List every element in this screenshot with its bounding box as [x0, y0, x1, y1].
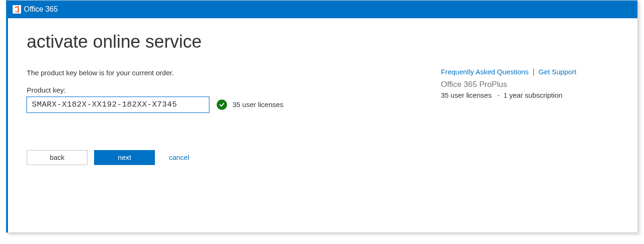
subscription-term: 1 year subscription — [504, 91, 563, 99]
sidebar-column: Frequently Asked Questions | Get Support… — [441, 32, 619, 165]
help-links: Frequently Asked Questions | Get Support — [441, 68, 619, 76]
product-name: Office 365 ProPlus — [441, 80, 619, 89]
button-row: back next cancel — [27, 150, 441, 165]
intro-text: The product key below is for your curren… — [27, 69, 441, 77]
product-key-label: Product key: — [27, 86, 441, 94]
activation-page: Office 365 activate online service The p… — [6, 0, 638, 233]
get-support-link[interactable]: Get Support — [539, 68, 577, 76]
link-separator: | — [533, 68, 534, 76]
svg-marker-0 — [15, 6, 19, 13]
cancel-link[interactable]: cancel — [169, 153, 189, 161]
faq-link[interactable]: Frequently Asked Questions — [441, 68, 529, 76]
back-button[interactable]: back — [27, 150, 88, 165]
header-bar: Office 365 — [8, 0, 637, 18]
license-count-text: 35 user licenses — [233, 100, 283, 108]
brand-name: Office 365 — [24, 5, 58, 14]
product-key-row: 35 user licenses — [27, 97, 441, 113]
content-row: activate online service The product key … — [8, 18, 637, 184]
detail-separator: - — [498, 91, 500, 99]
office-logo-icon — [13, 5, 21, 14]
license-detail-line: 35 user licenses - 1 year subscription — [441, 91, 619, 99]
page-title: activate online service — [27, 32, 441, 52]
main-column: activate online service The product key … — [27, 32, 441, 165]
checkmark-icon — [217, 100, 227, 110]
next-button[interactable]: next — [94, 150, 155, 165]
product-key-input[interactable] — [27, 97, 209, 113]
license-count-detail: 35 user licenses — [441, 91, 491, 99]
